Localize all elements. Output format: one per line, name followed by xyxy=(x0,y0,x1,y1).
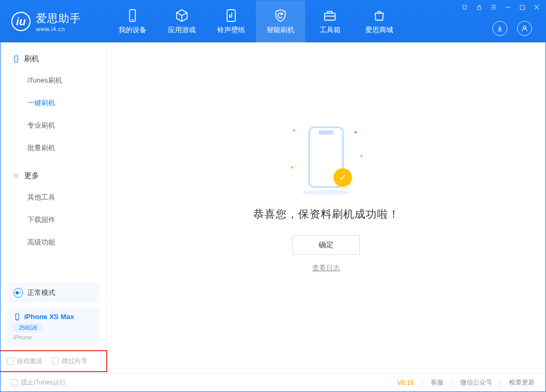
sidebar-item-batch-flash[interactable]: 批量刷机 xyxy=(1,137,106,159)
status-bar: 阻止iTunes运行 V8.16 | 客服 | 微信公众号 | 检查更新 xyxy=(1,373,545,391)
music-file-icon xyxy=(224,9,238,23)
app-header: iu 爱思助手 www.i4.cn 我的设备 应用游戏 铃声壁纸 智能刷机 工具… xyxy=(1,1,545,42)
sidebar-item-advanced[interactable]: 高级功能 xyxy=(1,231,106,254)
main-content: ✦ ✦ ✦ ✦ ✓ 恭喜您，保资料刷机成功啦！ 确定 查看日志 xyxy=(107,42,545,373)
ok-button[interactable]: 确定 xyxy=(292,235,360,255)
svg-rect-13 xyxy=(520,5,525,10)
device-name: iPhone XS Max xyxy=(24,313,74,321)
view-log-link[interactable]: 查看日志 xyxy=(312,263,340,273)
main-nav: 我的设备 应用游戏 铃声壁纸 智能刷机 工具箱 爱思商城 xyxy=(108,1,404,42)
sidebar-section-more: 更多 xyxy=(1,166,106,186)
app-logo: iu 爱思助手 www.i4.cn xyxy=(1,11,108,32)
app-url: www.i4.cn xyxy=(36,26,81,32)
check-icon: ✓ xyxy=(334,168,352,187)
device-icon xyxy=(126,9,139,23)
svg-rect-8 xyxy=(477,6,481,9)
nav-toolbox[interactable]: 工具箱 xyxy=(305,1,355,42)
device-card[interactable]: iPhone XS Max 256GB iPhone xyxy=(7,307,100,346)
minimize-button[interactable] xyxy=(505,4,512,12)
sidebar-item-oneclick-flash[interactable]: 一键刷机 xyxy=(1,92,106,114)
svg-rect-3 xyxy=(227,10,235,21)
nav-store[interactable]: 爱思商城 xyxy=(355,1,404,42)
mode-label: 正常模式 xyxy=(27,288,55,298)
check-update-link[interactable]: 检查更新 xyxy=(509,378,535,387)
auto-activate-checkbox[interactable]: 自动激活 xyxy=(7,357,42,366)
logo-icon: iu xyxy=(11,12,31,31)
user-button[interactable] xyxy=(517,21,532,36)
window-controls xyxy=(461,4,540,12)
svg-rect-16 xyxy=(14,56,18,62)
skip-guide-checkbox[interactable]: 跳过向导 xyxy=(52,357,87,366)
app-name: 爱思助手 xyxy=(36,11,81,26)
checkbox-icon xyxy=(11,379,18,386)
nav-ringtone[interactable]: 铃声壁纸 xyxy=(206,1,256,42)
mode-card[interactable]: 正常模式 xyxy=(7,283,100,303)
block-itunes-checkbox[interactable]: 阻止iTunes运行 xyxy=(11,378,66,387)
shield-refresh-icon xyxy=(274,9,287,23)
svg-rect-4 xyxy=(324,13,335,20)
checkbox-icon xyxy=(52,358,59,365)
lock-icon[interactable] xyxy=(476,4,483,12)
sidebar-item-pro-flash[interactable]: 专业刷机 xyxy=(1,114,106,137)
version-label: V8.16 xyxy=(397,379,414,387)
toolbox-icon xyxy=(323,9,337,23)
sidebar-item-other-tools[interactable]: 其他工具 xyxy=(1,186,106,209)
success-message: 恭喜您，保资料刷机成功啦！ xyxy=(253,207,400,221)
device-storage: 256GB xyxy=(13,323,42,332)
mode-icon xyxy=(13,288,23,298)
sidebar-item-itunes-flash[interactable]: iTunes刷机 xyxy=(1,69,106,92)
download-button[interactable] xyxy=(492,21,507,36)
nav-apps[interactable]: 应用游戏 xyxy=(157,1,206,42)
shirt-icon[interactable] xyxy=(461,4,468,12)
sidebar-section-flash: 刷机 xyxy=(1,49,106,69)
phone-icon xyxy=(12,55,20,63)
wechat-link[interactable]: 微信公众号 xyxy=(460,378,492,387)
phone-icon xyxy=(13,313,21,321)
maximize-button[interactable] xyxy=(519,4,526,12)
menu-icon[interactable] xyxy=(490,4,497,12)
header-right-buttons xyxy=(492,21,532,36)
sidebar-item-download-firmware[interactable]: 下载固件 xyxy=(1,209,106,231)
nav-flash[interactable]: 智能刷机 xyxy=(256,1,305,42)
close-button[interactable] xyxy=(533,4,540,12)
checkbox-icon xyxy=(7,358,14,365)
sidebar: 刷机 iTunes刷机 一键刷机 专业刷机 批量刷机 更多 其他工具 下载固件 … xyxy=(1,42,107,373)
cube-icon xyxy=(175,9,189,23)
svg-point-7 xyxy=(523,26,526,29)
highlighted-options: 自动激活 跳过向导 xyxy=(0,350,107,372)
bag-icon xyxy=(372,9,386,23)
list-icon xyxy=(12,172,20,180)
success-illustration: ✦ ✦ ✦ ✦ ✓ xyxy=(289,121,364,191)
support-link[interactable]: 客服 xyxy=(431,378,444,387)
device-type: iPhone xyxy=(13,334,93,341)
nav-my-device[interactable]: 我的设备 xyxy=(108,1,157,42)
